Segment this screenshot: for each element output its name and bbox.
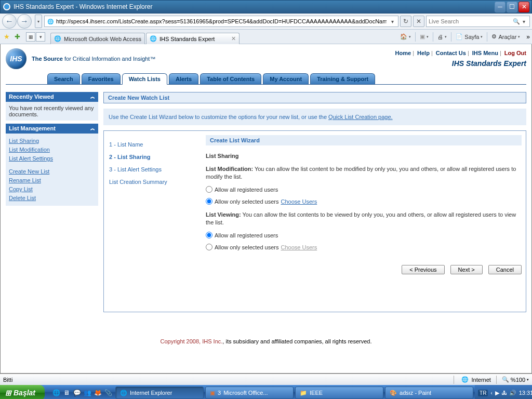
address-dropdown-icon[interactable]: ▾ bbox=[389, 19, 396, 24]
print-tool[interactable]: 🖨▾ bbox=[437, 34, 447, 40]
search-input[interactable] bbox=[429, 18, 513, 24]
taskbar-item-office[interactable]: ▣ 3 Microsoft Office... bbox=[205, 387, 294, 399]
status-bar: Bitti 🌐 Internet 🔍 %100 ▾ bbox=[0, 374, 532, 385]
tab-watch-lists[interactable]: Watch Lists bbox=[122, 73, 167, 85]
rss-icon: ▣ bbox=[420, 33, 425, 40]
collapse-icon[interactable]: ︽ bbox=[90, 94, 95, 100]
radio-view-all[interactable] bbox=[206, 232, 212, 238]
search-box[interactable]: 🔍 ▾ bbox=[426, 16, 530, 27]
wizard-step-3[interactable]: 3 - List Alert Settings bbox=[109, 163, 201, 176]
ql-msn-icon[interactable]: 💬 bbox=[73, 389, 81, 397]
tab-favorites[interactable]: Favorites bbox=[82, 73, 121, 84]
main-nav-tabs: Search Favorites Watch Lists Alerts Tabl… bbox=[6, 73, 526, 85]
link-choose-users-view: Choose Users bbox=[281, 244, 317, 250]
taskbar: ⊞ Başlat 🌐 🖥 💬 👥 🦊 📎 🌐 Internet Explorer… bbox=[0, 385, 532, 399]
link-quick-list-creation[interactable]: Quick List Creation page. bbox=[328, 114, 393, 120]
previous-button[interactable]: < Previous bbox=[402, 265, 444, 274]
tab-training[interactable]: Training & Support bbox=[310, 73, 375, 84]
label-view-selected[interactable]: Allow only selected users bbox=[215, 244, 279, 250]
ql-ie-icon[interactable]: 🌐 bbox=[52, 389, 60, 397]
link-rename-list[interactable]: Rename List bbox=[9, 176, 95, 185]
link-home[interactable]: Home bbox=[395, 50, 411, 56]
search-dropdown-icon[interactable]: ▾ bbox=[520, 19, 527, 24]
folder-icon: 📁 bbox=[300, 390, 307, 396]
taskbar-item-ieee[interactable]: 📁 IEEE bbox=[295, 387, 383, 399]
label-view-all[interactable]: Allow all registered users bbox=[215, 232, 278, 238]
label-mod-all[interactable]: Allow all registered users bbox=[215, 187, 278, 193]
page-icon: 📄 bbox=[456, 33, 463, 40]
address-bar[interactable]: 🌐 ▾ bbox=[44, 16, 398, 27]
radio-view-selected[interactable] bbox=[206, 244, 212, 250]
back-button[interactable]: ← bbox=[2, 14, 17, 29]
tab-close-icon[interactable]: ✕ bbox=[231, 35, 236, 42]
clock[interactable]: 13:31 bbox=[519, 390, 532, 396]
wizard-step-1[interactable]: 1 - List Name bbox=[109, 138, 201, 151]
refresh-button[interactable]: ↻ bbox=[400, 16, 411, 27]
home-tool[interactable]: 🏠▾ bbox=[400, 33, 411, 40]
minimize-button[interactable]: ─ bbox=[495, 2, 506, 12]
next-button[interactable]: Next > bbox=[450, 265, 483, 274]
globe-icon: 🌐 bbox=[461, 376, 469, 383]
stop-button[interactable]: ✕ bbox=[413, 16, 424, 27]
start-button[interactable]: ⊞ Başlat bbox=[0, 385, 45, 399]
link-copy-list[interactable]: Copy List bbox=[9, 185, 95, 194]
taskbar-item-ie[interactable]: 🌐 Internet Explorer bbox=[115, 387, 204, 399]
cancel-button[interactable]: Cancel bbox=[488, 265, 522, 274]
ql-app-icon[interactable]: 👥 bbox=[83, 389, 91, 397]
tools-tool[interactable]: ⚙Araçlar▾ bbox=[491, 33, 520, 40]
zoom-control[interactable]: 🔍 %100 ▾ bbox=[502, 376, 529, 383]
toolbar-overflow-icon[interactable]: » bbox=[524, 33, 530, 41]
feeds-tool[interactable]: ▣▾ bbox=[420, 33, 429, 40]
tab-alerts[interactable]: Alerts bbox=[169, 73, 198, 84]
label-mod-selected[interactable]: Allow only selected users bbox=[215, 198, 279, 205]
browser-tabstrip: ★ ✚ ▦ ▾ 🌐 Microsoft Outlook Web Access 🌐… bbox=[0, 30, 532, 44]
quick-tabs-button[interactable]: ▦ bbox=[26, 32, 35, 42]
tray-network-icon[interactable]: 🖧 bbox=[501, 390, 507, 396]
ql-util-icon[interactable]: 📎 bbox=[104, 389, 112, 397]
page-tool[interactable]: 📄Sayfa▾ bbox=[456, 33, 483, 40]
tab-toc[interactable]: Table of Contents bbox=[200, 73, 261, 84]
tray-volume-icon[interactable]: 🔊 bbox=[509, 390, 516, 396]
link-list-alert-settings[interactable]: List Alert Settings bbox=[9, 154, 95, 163]
tray-icon[interactable]: ▶ bbox=[495, 390, 499, 396]
page-icon: 🌐 bbox=[47, 19, 54, 24]
tab-label: IHS Standards Expert bbox=[159, 36, 215, 42]
tab-list-dropdown[interactable]: ▾ bbox=[36, 32, 45, 42]
link-logout[interactable]: Log Out bbox=[504, 50, 526, 56]
ql-desktop-icon[interactable]: 🖥 bbox=[62, 389, 71, 397]
address-input[interactable] bbox=[56, 17, 387, 26]
tab-label: Microsoft Outlook Web Access bbox=[64, 36, 141, 42]
link-choose-users-mod[interactable]: Choose Users bbox=[281, 198, 317, 205]
radio-mod-all[interactable] bbox=[206, 186, 212, 193]
language-indicator[interactable]: TR bbox=[478, 390, 488, 396]
wizard-step-summary[interactable]: List Creation Summary bbox=[109, 176, 201, 188]
ql-firefox-icon[interactable]: 🦊 bbox=[94, 389, 102, 397]
link-list-modification[interactable]: List Modification bbox=[9, 145, 95, 154]
favorites-star-icon[interactable]: ★ bbox=[2, 32, 11, 42]
close-button[interactable]: ✕ bbox=[518, 2, 529, 12]
page-title: Create New Watch List bbox=[103, 92, 526, 103]
link-ihs-menu[interactable]: IHS Menu bbox=[472, 50, 498, 56]
separator bbox=[451, 32, 451, 42]
zoom-icon: 🔍 bbox=[502, 376, 509, 383]
maximize-button[interactable]: ☐ bbox=[507, 2, 517, 12]
tray-expand-icon[interactable]: ‹ bbox=[490, 390, 492, 396]
add-favorites-icon[interactable]: ✚ bbox=[12, 32, 22, 42]
list-modification-desc: List Modification: You can allow the lis… bbox=[206, 165, 522, 181]
radio-mod-selected[interactable] bbox=[206, 198, 212, 205]
nav-history-dropdown[interactable]: ▾ bbox=[35, 15, 42, 28]
link-help[interactable]: Help bbox=[417, 50, 430, 56]
link-create-new-list[interactable]: Create New List bbox=[9, 167, 95, 176]
tab-my-account[interactable]: My Account bbox=[263, 73, 309, 84]
forward-button[interactable]: → bbox=[17, 14, 32, 29]
link-contact[interactable]: Contact Us bbox=[436, 50, 466, 56]
browser-tab-ihs[interactable]: 🌐 IHS Standards Expert ✕ bbox=[146, 33, 240, 44]
wizard-step-2[interactable]: 2 - List Sharing bbox=[109, 151, 201, 163]
link-list-sharing[interactable]: List Sharing bbox=[9, 137, 95, 145]
tab-search[interactable]: Search bbox=[47, 73, 80, 84]
taskbar-item-paint[interactable]: 🎨 adsız - Paint bbox=[385, 387, 473, 399]
search-icon[interactable]: 🔍 bbox=[513, 18, 520, 25]
link-delete-list[interactable]: Delete List bbox=[9, 194, 95, 203]
browser-tab-outlook[interactable]: 🌐 Microsoft Outlook Web Access bbox=[50, 33, 145, 44]
collapse-icon[interactable]: ︽ bbox=[90, 125, 95, 132]
